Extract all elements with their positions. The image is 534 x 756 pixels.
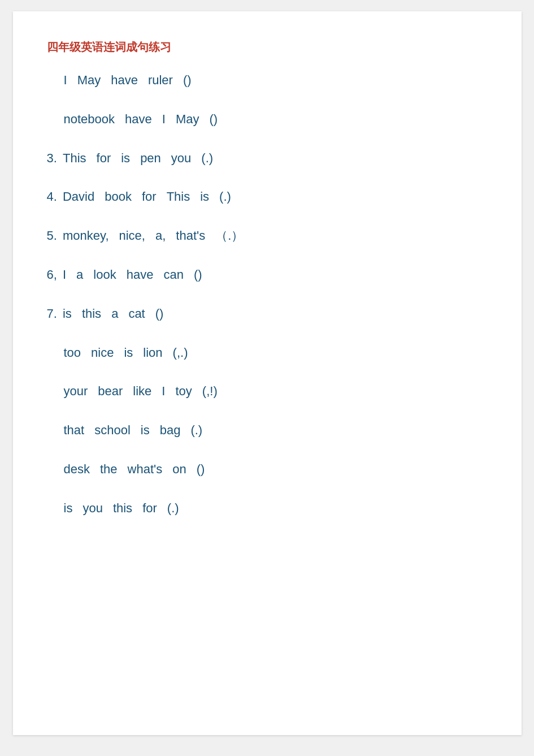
exercise-word: your	[64, 383, 88, 400]
exercise-item-8: tooniceislion(,.)	[47, 344, 488, 362]
exercise-item-11: deskthewhat'son()	[47, 461, 488, 478]
exercise-word: ()	[197, 461, 205, 478]
exercise-word: for	[142, 188, 157, 206]
exercise-word: May	[176, 111, 199, 128]
exercise-item-5: 5. monkey,nice,a,that's（.）	[47, 227, 488, 245]
exercise-word: book	[105, 188, 132, 206]
exercise-word: like	[133, 383, 151, 400]
exercise-word: the	[100, 461, 118, 478]
exercise-number: 4.	[47, 189, 57, 204]
exercise-number: 5.	[47, 228, 57, 243]
exercise-word: for	[97, 150, 111, 167]
exercise-word: I	[162, 383, 165, 400]
exercise-item-9: yourbearlikeItoy(,!)	[47, 383, 488, 400]
exercise-word: (.)	[190, 422, 202, 439]
exercise-word: (.)	[167, 500, 179, 517]
exercise-list: IMayhaveruler()notebookhaveIMay()3. This…	[47, 72, 488, 517]
exercise-word: is	[124, 344, 133, 362]
exercise-word: is	[200, 188, 209, 206]
exercise-word: (,.)	[173, 344, 188, 362]
exercise-number: 7.	[47, 306, 57, 321]
exercise-word: have	[111, 72, 138, 89]
exercise-item-2: notebookhaveIMay()	[47, 111, 488, 128]
exercise-item-1: IMayhaveruler()	[47, 72, 488, 89]
page-title: 四年级英语连词成句练习	[47, 40, 488, 55]
exercise-word: a	[111, 305, 118, 323]
exercise-word: (,!)	[202, 383, 218, 400]
exercise-word: nice	[91, 344, 114, 362]
exercise-word: is	[121, 150, 130, 167]
exercise-word: this	[113, 500, 132, 517]
exercise-word: that's	[176, 227, 205, 245]
exercise-word: too	[64, 344, 81, 362]
exercise-number: 3.	[47, 151, 57, 165]
exercise-word: This	[63, 150, 86, 167]
exercise-word: toy	[175, 383, 192, 400]
exercise-word: is	[63, 305, 72, 323]
exercise-item-7: 7. isthisacat()	[47, 305, 488, 323]
exercise-word: David	[63, 188, 94, 206]
exercise-word: I	[162, 111, 166, 128]
exercise-word: (.)	[201, 150, 213, 167]
exercise-item-4: 4. DavidbookforThisis(.)	[47, 188, 488, 206]
exercise-word: you	[83, 500, 102, 517]
exercise-word: look	[93, 266, 116, 284]
exercise-word: bear	[98, 383, 123, 400]
exercise-word: this	[82, 305, 101, 323]
exercise-word: school	[94, 422, 131, 439]
exercise-word: notebook	[64, 111, 115, 128]
exercise-word: (.)	[219, 188, 231, 206]
exercise-word: that	[64, 422, 85, 439]
exercise-word: have	[127, 266, 154, 284]
exercise-word: for	[142, 500, 157, 517]
exercise-word: （.）	[215, 227, 244, 245]
exercise-number: 6,	[47, 267, 57, 282]
exercise-word: on	[172, 461, 186, 478]
exercise-word: desk	[64, 461, 90, 478]
exercise-word: what's	[128, 461, 163, 478]
exercise-word: This	[167, 188, 190, 206]
exercise-word: May	[77, 72, 101, 89]
exercise-word: ()	[194, 266, 202, 284]
exercise-word: lion	[143, 344, 162, 362]
exercise-word: pen	[140, 150, 161, 167]
exercise-word: ()	[209, 111, 218, 128]
exercise-word: ()	[183, 72, 192, 89]
exercise-item-3: 3. Thisforispenyou(.)	[47, 150, 488, 167]
exercise-word: ruler	[148, 72, 173, 89]
exercise-item-10: thatschoolisbag(.)	[47, 422, 488, 439]
exercise-word: I	[64, 72, 67, 89]
exercise-word: I	[63, 266, 66, 284]
exercise-word: cat	[128, 305, 145, 323]
exercise-word: is	[141, 422, 150, 439]
exercise-word: a	[76, 266, 83, 284]
exercise-word: is	[64, 500, 73, 517]
exercise-word: monkey,	[63, 227, 109, 245]
exercise-word: you	[171, 150, 191, 167]
exercise-word: bag	[160, 422, 181, 439]
exercise-item-12: isyouthisfor(.)	[47, 500, 488, 517]
exercise-item-6: 6, Ialookhavecan()	[47, 266, 488, 284]
exercise-word: a,	[155, 227, 166, 245]
exercise-word: have	[125, 111, 152, 128]
exercise-word: ()	[155, 305, 164, 323]
exercise-word: nice,	[119, 227, 145, 245]
page-container: 四年级英语连词成句练习 IMayhaveruler()notebookhaveI…	[13, 11, 522, 735]
exercise-word: can	[163, 266, 183, 284]
